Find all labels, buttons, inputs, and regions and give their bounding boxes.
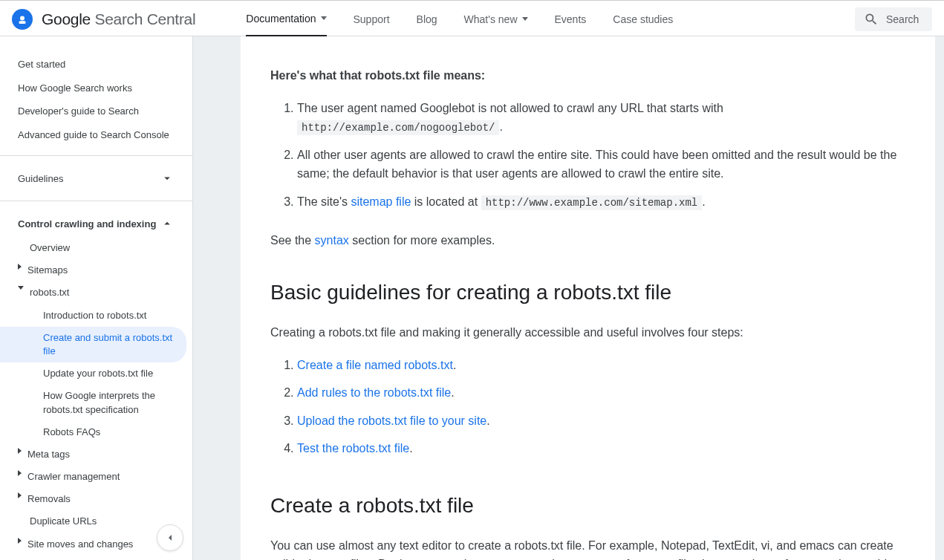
steps-list: Create a file named robots.txt. Add rule…	[270, 351, 905, 463]
list-item: The site's sitemap file is located at ht…	[297, 188, 905, 216]
list-item: The user agent named Googlebot is not al…	[297, 94, 905, 141]
nav-support[interactable]: Support	[354, 2, 390, 36]
sidebar-robots-update[interactable]: Update your robots.txt file	[0, 362, 192, 385]
sidebar-removals[interactable]: Removals	[0, 488, 192, 510]
create-file-heading: Create a robots.txt file	[270, 489, 905, 523]
search-icon	[864, 12, 879, 27]
sidebar-meta[interactable]: Meta tags	[0, 443, 192, 466]
sidebar-advanced[interactable]: Advanced guide to Search Console	[0, 123, 192, 147]
code-url: http://example.com/nogooglebot/	[297, 120, 499, 135]
arrow-right-icon	[18, 470, 22, 476]
svg-point-0	[20, 16, 25, 20]
main-content: Here's what that robots.txt file means: …	[241, 36, 935, 560]
step4-link[interactable]: Test the robots.txt file	[297, 442, 409, 455]
search-input[interactable]: Search	[855, 7, 932, 31]
logo-icon[interactable]	[12, 9, 33, 30]
main-header: Google Search Central Documentation Supp…	[0, 2, 944, 36]
sidebar-overview[interactable]: Overview	[0, 237, 192, 259]
content-gutter	[193, 36, 241, 560]
nav-casestudies[interactable]: Case studies	[613, 2, 673, 36]
svg-rect-1	[19, 21, 26, 24]
arrow-right-icon	[18, 448, 22, 454]
sidebar-robots[interactable]: robots.txt	[0, 281, 192, 304]
code-url: http://www.example.com/sitemap.xml	[481, 195, 703, 210]
sitemap-link[interactable]: sitemap file	[351, 195, 411, 208]
chevron-down-icon	[160, 171, 175, 186]
chevron-down-icon	[522, 17, 528, 21]
sidebar-crawler[interactable]: Crawler management	[0, 466, 192, 488]
arrow-right-icon	[18, 264, 22, 270]
sidebar-robots-faqs[interactable]: Robots FAQs	[0, 421, 192, 443]
sidebar-sitemaps[interactable]: Sitemaps	[0, 259, 192, 281]
nav-documentation[interactable]: Documentation	[246, 2, 326, 36]
syntax-link[interactable]: syntax	[315, 234, 349, 247]
step2-link[interactable]: Add rules to the robots.txt file	[297, 386, 451, 399]
top-nav: Documentation Support Blog What's new Ev…	[246, 2, 855, 36]
meaning-list: The user agent named Googlebot is not al…	[270, 94, 905, 216]
sidebar-how-works[interactable]: How Google Search works	[0, 76, 192, 100]
sidebar-get-started[interactable]: Get started	[0, 53, 192, 76]
sidebar-guidelines[interactable]: Guidelines	[0, 165, 192, 192]
see-syntax: See the syntax section for more examples…	[270, 231, 905, 250]
nav-whatsnew[interactable]: What's new	[464, 2, 528, 36]
sidebar-robots-create[interactable]: Create and submit a robots.txt file	[0, 327, 186, 362]
sidebar-dev-guide[interactable]: Developer's guide to Search	[0, 100, 192, 123]
step1-link[interactable]: Create a file named robots.txt	[297, 359, 453, 371]
list-item: Create a file named robots.txt.	[297, 351, 905, 380]
search-placeholder: Search	[886, 13, 919, 25]
basic-guidelines-heading: Basic guidelines for creating a robots.t…	[270, 276, 905, 310]
chevron-down-icon	[321, 16, 327, 20]
list-item: Upload the robots.txt file to your site.	[297, 407, 905, 435]
collapse-sidebar-button[interactable]	[157, 524, 183, 551]
sidebar-robots-interpret[interactable]: How Google interprets the robots.txt spe…	[0, 385, 192, 420]
chevron-left-icon	[164, 532, 176, 544]
step3-link[interactable]: Upload the robots.txt file to your site	[297, 414, 486, 427]
create-paragraph: You can use almost any text editor to cr…	[270, 536, 905, 560]
arrow-right-icon	[18, 492, 22, 498]
chevron-up-icon	[160, 216, 175, 231]
list-item: Test the robots.txt file.	[297, 434, 905, 463]
nav-events[interactable]: Events	[555, 2, 587, 36]
list-item: Add rules to the robots.txt file.	[297, 379, 905, 407]
sidebar-control-crawling[interactable]: Control crawling and indexing	[0, 210, 192, 237]
nav-blog[interactable]: Blog	[417, 2, 437, 36]
arrow-right-icon	[18, 538, 22, 544]
sidebar-intl[interactable]: International and multilingual sites	[0, 556, 192, 560]
brand-title[interactable]: Google Search Central	[42, 10, 195, 28]
list-item: All other user agents are allowed to cra…	[297, 141, 905, 188]
sidebar: Get started How Google Search works Deve…	[0, 36, 193, 560]
intro-heading: Here's what that robots.txt file means:	[270, 66, 905, 85]
sidebar-robots-intro[interactable]: Introduction to robots.txt	[0, 305, 192, 327]
arrow-down-icon	[18, 286, 24, 290]
basic-intro: Creating a robots.txt file and making it…	[270, 323, 905, 342]
